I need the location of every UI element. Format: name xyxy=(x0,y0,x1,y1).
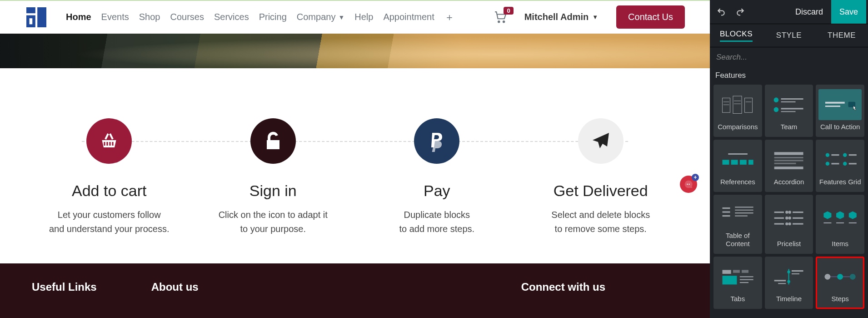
svg-rect-9 xyxy=(722,98,730,112)
svg-point-82 xyxy=(825,274,831,280)
undo-button[interactable] xyxy=(712,0,731,24)
steps-block[interactable]: Add to cart Let your customers follow an… xyxy=(0,68,710,263)
tab-theme[interactable]: THEME xyxy=(815,24,868,47)
step-title: Pay xyxy=(355,182,519,200)
step-desc: Let your customers follow and understand… xyxy=(27,208,191,236)
svg-rect-10 xyxy=(733,96,742,113)
svg-point-54 xyxy=(789,212,791,213)
svg-point-76 xyxy=(788,280,790,283)
plane-icon[interactable] xyxy=(578,118,624,164)
block-steps[interactable]: Steps xyxy=(816,257,864,309)
unlock-icon[interactable] xyxy=(250,118,296,164)
redo-button[interactable] xyxy=(731,0,750,24)
svg-point-57 xyxy=(786,217,788,219)
chevron-down-icon: ▼ xyxy=(338,14,344,21)
discard-button[interactable]: Discard xyxy=(787,0,831,24)
svg-point-8 xyxy=(689,184,690,185)
svg-rect-29 xyxy=(731,160,738,165)
svg-rect-3 xyxy=(30,18,33,24)
block-comparisons[interactable]: Comparisons xyxy=(713,85,762,137)
block-references[interactable]: References xyxy=(713,140,762,192)
nav-company-label: Company xyxy=(297,12,336,22)
block-label: Comparisons xyxy=(718,123,758,131)
step-1[interactable]: Add to cart Let your customers follow an… xyxy=(27,118,191,236)
footer[interactable]: Useful Links About us Connect with us xyxy=(0,263,710,318)
block-table-of-content[interactable]: Table of Content xyxy=(713,195,762,254)
block-team[interactable]: Team xyxy=(765,85,813,137)
block-items[interactable]: Items xyxy=(816,195,864,254)
footer-col-1: Useful Links xyxy=(32,281,97,293)
block-label: Timeline xyxy=(776,295,802,303)
block-features-grid[interactable]: Features Grid xyxy=(816,140,864,192)
block-label: Table of Content xyxy=(716,232,759,249)
svg-point-20 xyxy=(774,107,779,112)
block-label: Tabs xyxy=(730,295,745,303)
svg-point-84 xyxy=(850,274,856,280)
tab-blocks[interactable]: BLOCKS xyxy=(710,24,763,47)
svg-rect-69 xyxy=(742,270,748,273)
step-title: Get Delivered xyxy=(519,182,683,200)
block-tabs[interactable]: Tabs xyxy=(713,257,762,309)
step-desc: Click on the icon to adapt it to your pu… xyxy=(191,208,355,236)
step-title: Sign in xyxy=(191,182,355,200)
user-menu[interactable]: Mitchell Admin ▼ xyxy=(524,12,598,22)
nav-courses[interactable]: Courses xyxy=(170,12,204,22)
step-2[interactable]: Sign in Click on the icon to adapt it to… xyxy=(191,118,355,236)
nav-company[interactable]: Company▼ xyxy=(297,12,344,22)
paypal-icon[interactable] xyxy=(414,118,459,164)
cart-button[interactable]: 0 xyxy=(494,11,506,23)
svg-rect-28 xyxy=(722,160,729,165)
footer-col-2: About us xyxy=(151,281,199,293)
search-input[interactable] xyxy=(716,53,862,62)
block-label: References xyxy=(720,178,755,187)
tab-style[interactable]: STYLE xyxy=(763,24,815,47)
block-label: Call to Action xyxy=(820,123,860,131)
svg-point-43 xyxy=(843,162,847,166)
block-label: Accordion xyxy=(774,178,804,187)
group-features-title: Features xyxy=(713,67,864,85)
user-name: Mitchell Admin xyxy=(524,12,589,22)
block-pricelist[interactable]: Pricelist xyxy=(765,195,813,254)
svg-point-7 xyxy=(687,184,688,185)
block-accordion[interactable]: Accordion xyxy=(765,140,813,192)
nav-events[interactable]: Events xyxy=(101,12,129,22)
editor-sidebar: Discard Save BLOCKS STYLE THEME Features… xyxy=(710,0,868,318)
step-4[interactable]: Get Delivered Select and delete blocks t… xyxy=(519,118,683,236)
nav-shop[interactable]: Shop xyxy=(139,12,160,22)
svg-point-41 xyxy=(826,162,830,166)
footer-col-3: Connect with us xyxy=(521,281,605,293)
nav-pricing[interactable]: Pricing xyxy=(259,12,287,22)
block-label: Steps xyxy=(831,295,848,303)
nav-appointment[interactable]: Appointment xyxy=(383,12,434,22)
svg-point-53 xyxy=(786,212,788,213)
svg-point-62 xyxy=(789,223,791,225)
block-timeline[interactable]: Timeline xyxy=(765,257,813,309)
add-page-icon[interactable]: ＋ xyxy=(444,10,454,24)
site-logo[interactable] xyxy=(25,6,48,29)
step-3[interactable]: Pay Duplicate blocks to add more steps. xyxy=(355,118,519,236)
block-label: Features Grid xyxy=(819,178,861,187)
tab-label: THEME xyxy=(828,31,856,40)
step-title: Add to cart xyxy=(27,182,191,200)
nav-services[interactable]: Services xyxy=(214,12,249,22)
chevron-down-icon: ▼ xyxy=(592,14,598,20)
contact-button[interactable]: Contact Us xyxy=(616,5,685,29)
svg-rect-31 xyxy=(748,160,753,165)
basket-icon[interactable] xyxy=(86,118,132,164)
tab-label: BLOCKS xyxy=(720,30,753,42)
nav-home[interactable]: Home xyxy=(66,12,91,22)
svg-rect-36 xyxy=(774,167,803,169)
svg-point-4 xyxy=(498,21,499,22)
step-desc: Select and delete blocks to remove some … xyxy=(519,208,683,236)
save-button[interactable]: Save xyxy=(831,0,866,24)
svg-rect-70 xyxy=(722,276,737,284)
block-label: Team xyxy=(781,123,798,131)
block-search[interactable] xyxy=(710,47,868,67)
block-call-to-action[interactable]: Call to Action xyxy=(816,85,864,137)
svg-point-75 xyxy=(788,270,790,273)
block-grid: Comparisons Team Call to Action Referenc… xyxy=(713,85,864,309)
svg-rect-33 xyxy=(774,157,803,158)
svg-rect-30 xyxy=(740,160,747,165)
svg-point-83 xyxy=(837,274,843,280)
nav-help[interactable]: Help xyxy=(354,12,373,22)
